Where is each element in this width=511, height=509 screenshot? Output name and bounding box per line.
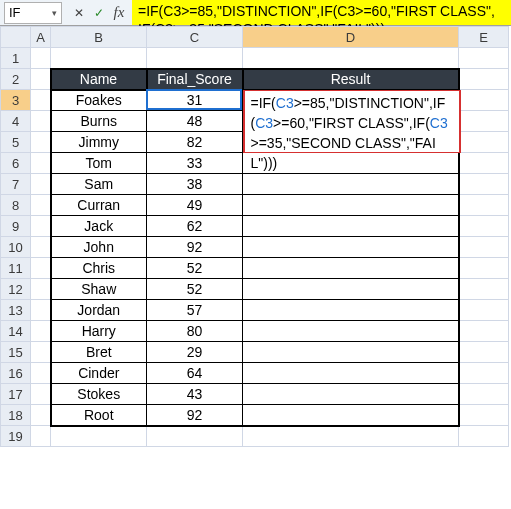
cell-A8[interactable] [31, 195, 51, 216]
cell-E8[interactable] [459, 195, 509, 216]
cell-C2[interactable]: Final_Score [147, 69, 243, 90]
cell-C15[interactable]: 29 [147, 342, 243, 363]
cell-A5[interactable] [31, 132, 51, 153]
cell-A3[interactable] [31, 90, 51, 111]
cell-B6[interactable]: Tom [51, 153, 147, 174]
cell-E10[interactable] [459, 237, 509, 258]
cell-E3[interactable] [459, 90, 509, 111]
col-header-C[interactable]: C [147, 27, 243, 48]
cell-C14[interactable]: 80 [147, 321, 243, 342]
cell-D1[interactable] [243, 48, 459, 69]
cell-E12[interactable] [459, 279, 509, 300]
row-header-1[interactable]: 1 [1, 48, 31, 69]
cell-B2[interactable]: Name [51, 69, 147, 90]
cell-E6[interactable] [459, 153, 509, 174]
cell-C18[interactable]: 92 [147, 405, 243, 426]
cell-B17[interactable]: Stokes [51, 384, 147, 405]
cell-A2[interactable] [31, 69, 51, 90]
row-header-10[interactable]: 10 [1, 237, 31, 258]
row-header-9[interactable]: 9 [1, 216, 31, 237]
cell-A16[interactable] [31, 363, 51, 384]
cell-D2[interactable]: Result [243, 69, 459, 90]
row-header-11[interactable]: 11 [1, 258, 31, 279]
cell-A13[interactable] [31, 300, 51, 321]
cell-E15[interactable] [459, 342, 509, 363]
cell-C11[interactable]: 52 [147, 258, 243, 279]
cell-D7[interactable] [243, 174, 459, 195]
cell-C7[interactable]: 38 [147, 174, 243, 195]
row-header-4[interactable]: 4 [1, 111, 31, 132]
cell-A11[interactable] [31, 258, 51, 279]
cell-B10[interactable]: John [51, 237, 147, 258]
cell-D10[interactable] [243, 237, 459, 258]
row-header-7[interactable]: 7 [1, 174, 31, 195]
cell-A6[interactable] [31, 153, 51, 174]
cell-A17[interactable] [31, 384, 51, 405]
row-header-12[interactable]: 12 [1, 279, 31, 300]
row-header-15[interactable]: 15 [1, 342, 31, 363]
cell-D13[interactable] [243, 300, 459, 321]
cell-D18[interactable] [243, 405, 459, 426]
cell-D19[interactable] [243, 426, 459, 447]
cell-B18[interactable]: Root [51, 405, 147, 426]
cell-A4[interactable] [31, 111, 51, 132]
cell-E5[interactable] [459, 132, 509, 153]
cell-B4[interactable]: Burns [51, 111, 147, 132]
inline-formula-editor[interactable]: =IF(C3>=85,"DISTINCTION",IF(C3>=60,"FIRS… [245, 91, 459, 152]
cell-B8[interactable]: Curran [51, 195, 147, 216]
cell-E7[interactable] [459, 174, 509, 195]
cell-B12[interactable]: Shaw [51, 279, 147, 300]
cell-B19[interactable] [51, 426, 147, 447]
row-header-5[interactable]: 5 [1, 132, 31, 153]
cell-D8[interactable] [243, 195, 459, 216]
cell-B9[interactable]: Jack [51, 216, 147, 237]
cell-E19[interactable] [459, 426, 509, 447]
cell-A15[interactable] [31, 342, 51, 363]
cell-E18[interactable] [459, 405, 509, 426]
col-header-E[interactable]: E [459, 27, 509, 48]
cell-A14[interactable] [31, 321, 51, 342]
cell-A18[interactable] [31, 405, 51, 426]
cell-D16[interactable] [243, 363, 459, 384]
formula-bar[interactable]: =IF(C3>=85,"DISTINCTION",IF(C3>=60,"FIRS… [132, 0, 511, 25]
cell-C12[interactable]: 52 [147, 279, 243, 300]
cell-B13[interactable]: Jordan [51, 300, 147, 321]
col-header-B[interactable]: B [51, 27, 147, 48]
cell-C4[interactable]: 48 [147, 111, 243, 132]
cell-C5[interactable]: 82 [147, 132, 243, 153]
cell-A10[interactable] [31, 237, 51, 258]
cell-C3[interactable]: 31 [147, 90, 243, 111]
row-header-14[interactable]: 14 [1, 321, 31, 342]
row-header-3[interactable]: 3 [1, 90, 31, 111]
row-header-8[interactable]: 8 [1, 195, 31, 216]
spreadsheet-grid[interactable]: ABCDE12NameFinal_ScoreResult3Foakes314Bu… [0, 26, 511, 447]
cell-C16[interactable]: 64 [147, 363, 243, 384]
cell-E2[interactable] [459, 69, 509, 90]
cell-B3[interactable]: Foakes [51, 90, 147, 111]
enter-icon[interactable]: ✓ [90, 4, 108, 22]
dropdown-icon[interactable]: ▾ [52, 8, 57, 18]
fx-icon[interactable]: fx [110, 4, 128, 22]
cell-A9[interactable] [31, 216, 51, 237]
cell-A1[interactable] [31, 48, 51, 69]
row-header-18[interactable]: 18 [1, 405, 31, 426]
cell-D14[interactable] [243, 321, 459, 342]
cell-E11[interactable] [459, 258, 509, 279]
cell-C9[interactable]: 62 [147, 216, 243, 237]
row-header-2[interactable]: 2 [1, 69, 31, 90]
cell-A7[interactable] [31, 174, 51, 195]
cell-D9[interactable] [243, 216, 459, 237]
cell-E16[interactable] [459, 363, 509, 384]
cell-A19[interactable] [31, 426, 51, 447]
cell-E13[interactable] [459, 300, 509, 321]
cell-D11[interactable] [243, 258, 459, 279]
cell-B16[interactable]: Cinder [51, 363, 147, 384]
cell-D17[interactable] [243, 384, 459, 405]
col-header-A[interactable]: A [31, 27, 51, 48]
cell-B1[interactable] [51, 48, 147, 69]
cell-E1[interactable] [459, 48, 509, 69]
cell-C13[interactable]: 57 [147, 300, 243, 321]
cell-E4[interactable] [459, 111, 509, 132]
cell-B5[interactable]: Jimmy [51, 132, 147, 153]
cell-D12[interactable] [243, 279, 459, 300]
